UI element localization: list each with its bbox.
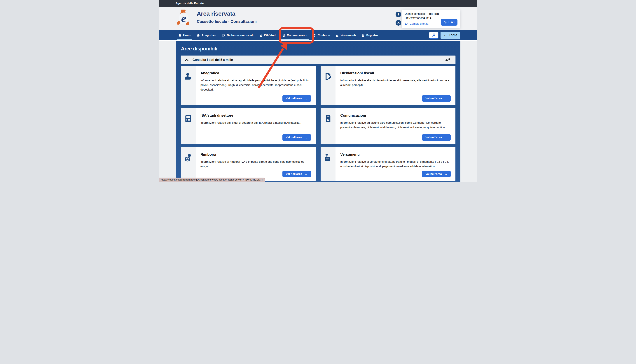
logout-button[interactable]: Esci: [441, 19, 458, 26]
card-description: Informazioni relative ad alcune altre co…: [340, 120, 451, 130]
arrow-right-icon: →: [305, 97, 308, 100]
card-anagrafica: Anagrafica Informazioni relative ai dati…: [181, 66, 316, 105]
arrow-right-icon: →: [444, 136, 447, 139]
card-icon-strip: [321, 108, 335, 144]
nav-item-dichiarazioni-fiscali[interactable]: Dichiarazioni fiscali: [222, 30, 254, 40]
agenzia-entrate-logo: e: [176, 9, 192, 26]
card-icon-strip: [321, 147, 335, 181]
building-icon: [361, 34, 365, 37]
logout-label: Esci: [449, 20, 455, 24]
card-title: Comunicazioni: [340, 113, 451, 118]
guide-book-button[interactable]: [429, 32, 439, 39]
user-name: Test Test: [427, 12, 439, 15]
arrow-right-icon: →: [444, 172, 447, 176]
logout-icon: [444, 20, 447, 24]
handshake-icon: [445, 58, 451, 62]
area-cards-grid: Anagrafica Informazioni relative ai dati…: [181, 66, 456, 181]
nav-label: Anagrafica: [201, 34, 216, 37]
nav-label: Comunicazioni: [287, 34, 307, 37]
nav-item-comunicazioni[interactable]: Comunicazioni: [282, 30, 307, 40]
document-pencil-icon: [324, 72, 332, 80]
agency-name: Agenzia delle Entrate: [175, 2, 204, 5]
change-user-link[interactable]: Cambia utenza: [405, 22, 428, 25]
info-button[interactable]: i: [395, 12, 401, 17]
card-icon-strip: [321, 66, 335, 105]
nav-label: Registro: [366, 34, 378, 37]
card-rimborsi: Rimborsi Informazioni relative ai rimbor…: [181, 147, 316, 181]
card-description: Informazioni relative ai rimborsi IVA o …: [200, 159, 311, 168]
document-lines-icon: [324, 115, 332, 122]
card-title: Rimborsi: [200, 152, 311, 156]
cinque-per-mille-accordion[interactable]: Consulta i dati del 5 x mille: [181, 56, 456, 64]
document-pencil-icon: [222, 34, 225, 37]
go-to-area-button-isa[interactable]: Vai nell'area →: [282, 134, 311, 141]
nav-item-rimborsi[interactable]: Rimborsi: [313, 30, 330, 40]
card-comunicazioni: Comunicazioni Informazioni relative ad a…: [321, 108, 456, 144]
go-to-area-button-dichiarazioni[interactable]: Vai nell'area →: [422, 95, 451, 102]
card-icon-strip: [181, 147, 196, 181]
arrow-right-icon: →: [444, 97, 447, 100]
nav-label: Rimborsi: [318, 34, 330, 37]
page-title: Area riservata: [197, 10, 257, 17]
person-pin-icon: [184, 72, 192, 80]
nav-item-isa-studi[interactable]: ISA/studi: [259, 30, 276, 40]
card-title: ISA/studi di settore: [200, 113, 311, 118]
upload-button[interactable]: [395, 20, 401, 26]
card-isa-studi: ISA/studi di settore Informazioni relati…: [181, 108, 316, 144]
nav-items: Home Anagrafica Dichiarazioni fiscali IS…: [178, 30, 378, 40]
card-description: Informazioni relative ai dati anagrafici…: [200, 78, 311, 92]
chevron-up-icon: [185, 59, 188, 61]
coins-icon: [313, 34, 316, 37]
back-label: Torna: [449, 33, 458, 37]
available-areas-panel: Aree disponibili Consulta i dati del 5 x…: [176, 41, 461, 182]
logo-e-letter: e: [181, 12, 186, 24]
card-title: Versamenti: [340, 152, 451, 156]
calculator-icon: [259, 34, 262, 37]
go-to-area-button-rimborsi[interactable]: Vai nell'area →: [282, 170, 311, 177]
coins-icon: [184, 154, 192, 162]
book-icon: [432, 33, 436, 37]
arrow-right-icon: →: [305, 136, 308, 139]
card-icon-strip: [181, 66, 196, 105]
connected-user-card: Utente connesso: Test Test UTNTST80S23A1…: [402, 10, 460, 28]
main-navbar: Home Anagrafica Dichiarazioni fiscali IS…: [159, 30, 477, 40]
card-description: Informazioni relative ai versamenti effe…: [340, 159, 451, 168]
nav-item-registro[interactable]: Registro: [361, 30, 378, 40]
go-to-area-button-anagrafica[interactable]: Vai nell'area →: [282, 95, 311, 102]
arrow-left-icon: ←: [444, 33, 447, 37]
top-bar: Agenzia delle Entrate: [159, 0, 477, 6]
home-icon: [178, 34, 181, 37]
person-icon: [197, 34, 200, 37]
header: e Area riservata Cassetto fiscale - Cons…: [159, 6, 477, 30]
cash-register-icon: [336, 34, 339, 37]
calculator-icon: [184, 115, 192, 122]
nav-label: Home: [183, 34, 191, 37]
user-line: Utente connesso: Test Test: [405, 12, 457, 15]
card-description: Informazioni relative alle dichiarazioni…: [340, 78, 451, 87]
users-icon: [405, 22, 408, 25]
nav-item-anagrafica[interactable]: Anagrafica: [197, 30, 216, 40]
user-label: Utente connesso:: [405, 12, 427, 15]
back-button[interactable]: ← Torna: [441, 32, 460, 39]
go-to-area-button-versamenti[interactable]: Vai nell'area →: [422, 170, 451, 177]
card-dichiarazioni-fiscali: Dichiarazioni fiscali Informazioni relat…: [321, 66, 456, 105]
cassetto-fiscale-page: Agenzia delle Entrate e Area riservata C…: [159, 0, 477, 182]
change-user-label: Cambia utenza: [410, 22, 428, 25]
nav-item-home[interactable]: Home: [178, 30, 191, 40]
nav-label: Dichiarazioni fiscali: [227, 34, 254, 37]
cash-register-icon: [324, 154, 332, 162]
panel-heading: Aree disponibili: [181, 46, 218, 52]
go-to-area-button-comunicazioni[interactable]: Vai nell'area →: [422, 134, 451, 141]
status-url: https://cassetto.agenziaentrate.gov.it/c…: [161, 178, 263, 181]
card-versamenti: Versamenti Informazioni relative ai vers…: [321, 147, 456, 181]
nav-label: ISA/studi: [264, 34, 276, 37]
card-icon-strip: [181, 108, 196, 144]
nav-item-versamenti[interactable]: Versamenti: [336, 30, 356, 40]
page-titles: Area riservata Cassetto fiscale - Consul…: [197, 10, 257, 24]
document-lines-icon: [282, 34, 285, 37]
arrow-right-icon: →: [305, 172, 308, 176]
card-title: Anagrafica: [200, 71, 311, 75]
accordion-label: Consulta i dati del 5 x mille: [192, 58, 233, 62]
upload-icon: [397, 21, 400, 24]
card-description: Informazioni relative agli studi di sett…: [200, 120, 311, 125]
